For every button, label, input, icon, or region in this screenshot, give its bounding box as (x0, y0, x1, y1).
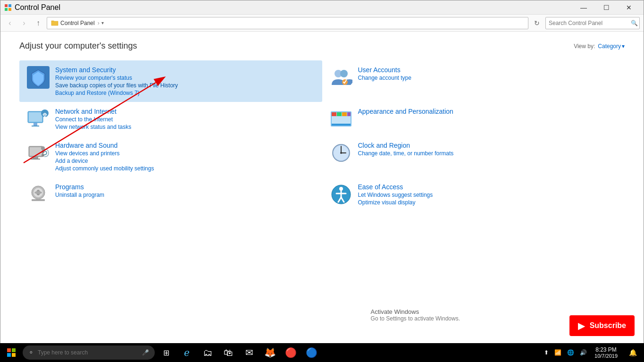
svg-point-38 (34, 191, 42, 194)
mail-button[interactable]: ✉ (240, 343, 259, 362)
ease-of-access-icon-svg (330, 183, 352, 206)
hardware-sound-link-1[interactable]: View devices and printers (55, 150, 154, 157)
svg-rect-1 (8, 4, 11, 7)
category-item-programs[interactable]: Programs Uninstall a program (19, 177, 322, 211)
category-item-system-security[interactable]: System and Security Review your computer… (19, 60, 322, 102)
task-view-button[interactable]: ⊞ (157, 343, 176, 362)
tray-icon-network[interactable]: 🌐 (565, 349, 576, 356)
forward-button[interactable]: › (18, 17, 30, 29)
category-item-appearance[interactable]: Appearance and Personalization (322, 102, 625, 136)
ease-of-access-link[interactable]: Ease of Access (358, 183, 433, 191)
start-button[interactable] (2, 343, 21, 362)
category-item-ease-of-access[interactable]: Ease of Access Let Windows suggest setti… (322, 177, 625, 211)
page-title: Adjust your computer's settings (19, 41, 137, 51)
system-security-icon-svg (27, 66, 50, 89)
store-button[interactable]: 🛍 (219, 343, 238, 362)
svg-rect-47 (12, 348, 16, 352)
tray-icon-2[interactable]: 📶 (552, 349, 563, 356)
user-accounts-icon-svg (330, 66, 352, 89)
user-accounts-link-1[interactable]: Change account type (358, 75, 411, 81)
clock-region-icon-svg (330, 142, 352, 164)
category-item-user-accounts[interactable]: User Accounts Change account type (322, 60, 625, 102)
address-field[interactable]: Control Panel › ▾ (47, 17, 528, 29)
network-internet-icon-svg (27, 108, 50, 130)
title-bar-controls: — ☐ ✕ (573, 0, 640, 15)
programs-link-1[interactable]: Uninstall a program (55, 192, 104, 198)
ease-of-access-link-1[interactable]: Let Windows suggest settings (358, 192, 433, 198)
edge-button[interactable]: ℯ (177, 343, 196, 362)
clock-region-link-1[interactable]: Change date, time, or number formats (358, 150, 454, 157)
clock-display[interactable]: 8:23 PM 10/7/2019 (591, 343, 621, 362)
taskbar-search-icon: ⚬ (28, 349, 34, 356)
control-panel-window: Control Panel — ☐ ✕ ‹ › ↑ Control Panel … (0, 0, 644, 362)
user-accounts-link[interactable]: User Accounts (358, 66, 411, 74)
taskbar-search-input[interactable] (38, 349, 138, 356)
svg-rect-36 (32, 199, 45, 201)
svg-rect-3 (8, 8, 11, 11)
network-internet-link[interactable]: Network and Internet (55, 108, 131, 115)
hardware-sound-link-2[interactable]: Add a device (55, 158, 154, 164)
explorer-button[interactable]: 🗂 (198, 343, 217, 362)
minimize-button[interactable]: — (573, 0, 594, 15)
svg-rect-2 (5, 8, 8, 11)
category-item-network-internet[interactable]: Network and Internet Connect to the Inte… (19, 102, 322, 136)
network-internet-link-2[interactable]: View network status and tasks (55, 124, 131, 130)
tray-icon-volume[interactable]: 🔊 (578, 349, 589, 356)
tray-icon-1[interactable]: ⬆ (542, 349, 551, 356)
hardware-sound-link-3[interactable]: Adjust commonly used mobility settings (55, 165, 154, 172)
categories-grid: System and Security Review your computer… (19, 60, 625, 211)
title-bar: Control Panel — ☐ ✕ (0, 0, 644, 15)
address-dropdown-btn[interactable]: ▾ (101, 20, 104, 25)
network-internet-link-1[interactable]: Connect to the Internet (55, 116, 131, 123)
notification-button[interactable]: 🔔 (623, 343, 642, 362)
close-button[interactable]: ✕ (618, 0, 640, 15)
system-security-link-3[interactable]: Backup and Restore (Windows 7) (55, 90, 178, 96)
back-button[interactable]: ‹ (4, 17, 16, 29)
windows-logo-icon (7, 348, 16, 357)
breadcrumb-text: Control Panel (60, 20, 95, 26)
appearance-icon-svg (330, 108, 352, 130)
app-button-7[interactable]: 🔴 (281, 343, 300, 362)
ease-of-access-text: Ease of Access Let Windows suggest setti… (358, 183, 433, 206)
svg-rect-21 (332, 124, 351, 126)
up-button[interactable]: ↑ (33, 17, 44, 29)
ease-of-access-link-2[interactable]: Optimize visual display (358, 199, 433, 206)
system-security-link[interactable]: System and Security (55, 66, 178, 74)
appearance-text: Appearance and Personalization (358, 108, 453, 115)
category-label: Category (598, 43, 621, 50)
search-submit-button[interactable]: 🔍 (631, 20, 638, 26)
main-content: Adjust your computer's settings View by:… (0, 32, 644, 221)
taskbar-search[interactable]: ⚬ 🎤 (23, 345, 155, 360)
taskbar: ⚬ 🎤 ⊞ ℯ 🗂 🛍 ✉ 🦊 🔴 🔵 ⬆ 📶 🌐 🔊 8:23 PM 10/7… (0, 343, 644, 362)
svg-rect-46 (7, 348, 11, 352)
app-button-8[interactable]: 🔵 (302, 343, 321, 362)
category-dropdown[interactable]: Category ▾ (598, 43, 625, 50)
youtube-icon: ▶ (578, 320, 585, 331)
hardware-sound-link[interactable]: Hardware and Sound (55, 142, 154, 149)
svg-rect-18 (342, 112, 347, 116)
clock-region-icon (330, 142, 352, 164)
subscribe-button[interactable]: ▶ Subscribe (569, 315, 635, 336)
refresh-button[interactable]: ↻ (531, 17, 543, 29)
hardware-sound-icon-svg (27, 142, 50, 164)
appearance-link[interactable]: Appearance and Personalization (358, 108, 453, 115)
hardware-sound-text: Hardware and Sound View devices and prin… (55, 142, 154, 172)
title-bar-title: Control Panel (15, 3, 60, 12)
programs-icon-svg (27, 183, 50, 206)
appearance-icon (330, 108, 352, 130)
programs-link[interactable]: Programs (55, 183, 104, 191)
network-internet-text: Network and Internet Connect to the Inte… (55, 108, 131, 130)
search-input[interactable] (545, 17, 640, 29)
system-security-link-1[interactable]: Review your computer's status (55, 75, 178, 81)
clock-region-link[interactable]: Clock and Region (358, 142, 454, 149)
category-item-hardware-sound[interactable]: Hardware and Sound View devices and prin… (19, 136, 322, 177)
maximize-button[interactable]: ☐ (595, 0, 617, 15)
system-security-link-2[interactable]: Save backup copies of your files with Fi… (55, 82, 178, 89)
category-item-clock-region[interactable]: Clock and Region Change date, time, or n… (322, 136, 625, 177)
system-security-text: System and Security Review your computer… (55, 66, 178, 96)
firefox-button[interactable]: 🦊 (260, 343, 279, 362)
window-icon (4, 4, 12, 11)
breadcrumb-separator: › (98, 20, 100, 26)
clock-region-text: Clock and Region Change date, time, or n… (358, 142, 454, 157)
svg-rect-23 (30, 147, 42, 156)
